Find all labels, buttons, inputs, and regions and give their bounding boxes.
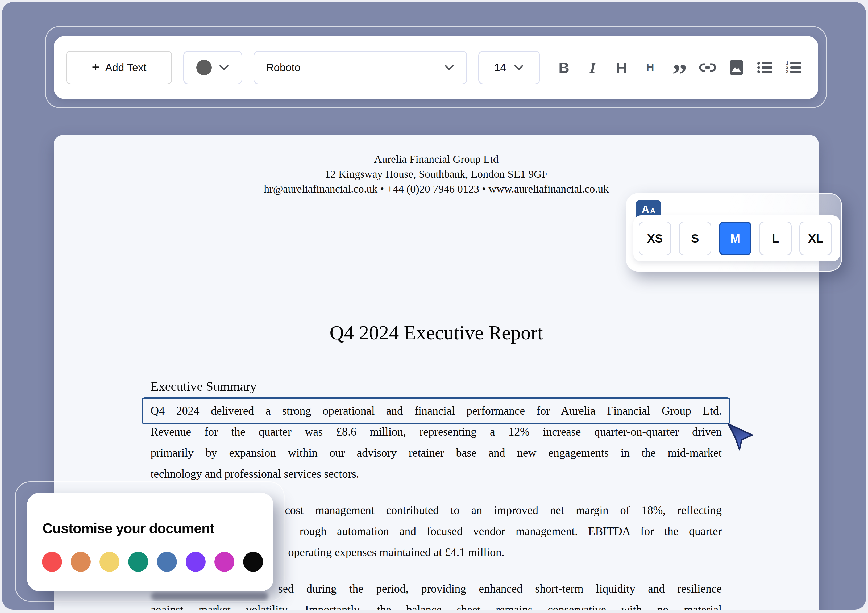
plus-icon: +: [92, 60, 100, 74]
bold-button[interactable]: B: [552, 52, 576, 84]
font-size-dropdown[interactable]: 14: [478, 51, 540, 84]
mouse-cursor-icon: [726, 422, 754, 451]
numbered-list-button[interactable]: 1 2 3: [781, 52, 806, 84]
swatch-red[interactable]: [42, 552, 62, 572]
bulleted-list-icon: [757, 61, 773, 74]
chevron-down-icon: [513, 64, 524, 71]
font-size-popup: A A XS S M L XL: [626, 193, 842, 271]
swatch-teal[interactable]: [128, 552, 148, 572]
add-text-button[interactable]: + Add Text: [66, 51, 172, 84]
chevron-down-icon: [219, 64, 229, 71]
font-family-dropdown[interactable]: Roboto: [254, 51, 467, 84]
badge-small-A: A: [650, 207, 656, 215]
company-name: Aurelia Financial Group Ltd: [54, 152, 819, 167]
swatch-orange[interactable]: [71, 552, 91, 572]
document-letterhead: Aurelia Financial Group Ltd 12 Kingsway …: [54, 152, 819, 196]
document-title: Q4 2024 Executive Report: [54, 321, 819, 344]
bulleted-list-button[interactable]: [753, 52, 777, 84]
swatch-blue[interactable]: [157, 552, 177, 572]
badge-large-A: A: [642, 203, 649, 215]
svg-text:3: 3: [786, 70, 789, 74]
company-address: 12 Kingsway House, Southbank, London SE1…: [54, 167, 819, 181]
section-heading: Executive Summary: [150, 379, 257, 394]
font-size-options-panel: XS S M L XL: [633, 215, 840, 262]
svg-text:1: 1: [786, 61, 789, 65]
heading-large-button[interactable]: H: [609, 52, 634, 84]
link-icon: [699, 62, 716, 73]
image-icon: [729, 60, 743, 76]
heading-small-button[interactable]: H: [638, 52, 662, 84]
link-button[interactable]: [695, 52, 720, 84]
add-text-label: Add Text: [105, 62, 146, 74]
text-color-dropdown[interactable]: [183, 51, 242, 84]
format-buttons-group: B I H H ”: [552, 52, 806, 84]
app-window: + Add Text Roboto 14 B I H H ”: [2, 2, 866, 610]
chevron-down-icon: [444, 64, 455, 71]
size-option-s[interactable]: S: [679, 221, 711, 255]
numbered-list-icon: 1 2 3: [786, 61, 801, 74]
text-selection-box[interactable]: [141, 397, 730, 424]
blockquote-button[interactable]: ”: [666, 59, 691, 90]
swatch-purple[interactable]: [186, 552, 206, 572]
swatch-magenta[interactable]: [214, 552, 234, 572]
color-swatch-row: [42, 552, 263, 572]
size-option-xl[interactable]: XL: [799, 221, 832, 255]
swatch-yellow[interactable]: [99, 552, 119, 572]
italic-button[interactable]: I: [580, 52, 605, 84]
color-swatch-icon: [196, 60, 212, 75]
size-option-m-selected[interactable]: M: [719, 221, 752, 255]
svg-text:2: 2: [786, 65, 789, 70]
size-option-l[interactable]: L: [759, 221, 792, 255]
text-line: primarily by expansion within our adviso…: [150, 442, 722, 463]
customise-popup-title: Customise your document: [43, 520, 214, 536]
swatch-black[interactable]: [243, 552, 263, 572]
size-option-xs[interactable]: XS: [639, 221, 671, 255]
customise-document-popup: Customise your document: [27, 493, 273, 591]
font-size-value: 14: [494, 62, 506, 74]
font-family-value: Roboto: [266, 62, 300, 74]
editor-toolbar: + Add Text Roboto 14 B I H H ”: [54, 36, 818, 99]
insert-image-button[interactable]: [724, 52, 749, 84]
